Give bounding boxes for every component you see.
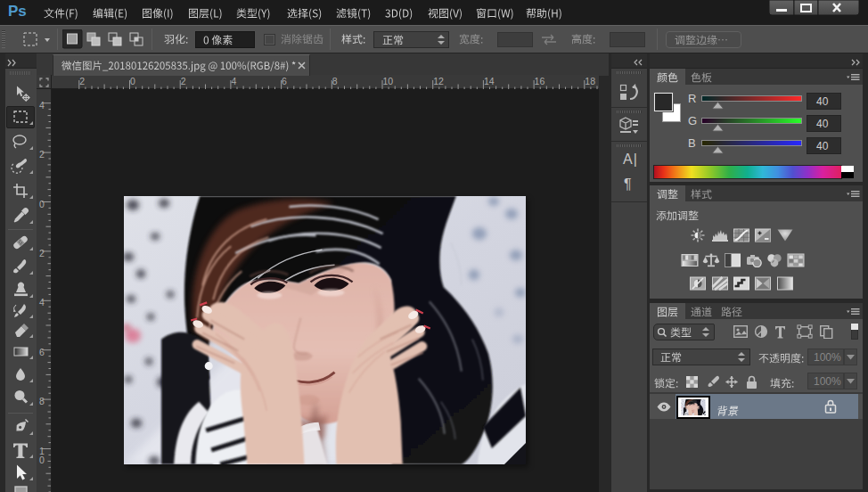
svg-text:10: 10 (383, 76, 394, 86)
svg-text:0: 0 (130, 76, 135, 86)
svg-text:4: 4 (39, 297, 45, 308)
svg-text:0: 0 (39, 455, 45, 465)
svg-text:4: 4 (231, 76, 236, 86)
svg-text:2: 2 (39, 248, 45, 258)
svg-text:12: 12 (433, 76, 444, 86)
svg-text:0: 0 (39, 199, 45, 209)
svg-text:8: 8 (332, 76, 338, 86)
svg-text:14: 14 (484, 76, 495, 86)
svg-text:2: 2 (39, 149, 45, 160)
svg-text:6: 6 (39, 347, 45, 357)
svg-text:2: 2 (181, 76, 186, 86)
svg-text:8: 8 (39, 396, 45, 406)
svg-text:2: 2 (79, 76, 85, 86)
svg-text:6: 6 (282, 76, 287, 86)
svg-text:16: 16 (535, 76, 545, 86)
svg-text:4: 4 (39, 100, 45, 111)
svg-text:18: 18 (585, 76, 595, 86)
